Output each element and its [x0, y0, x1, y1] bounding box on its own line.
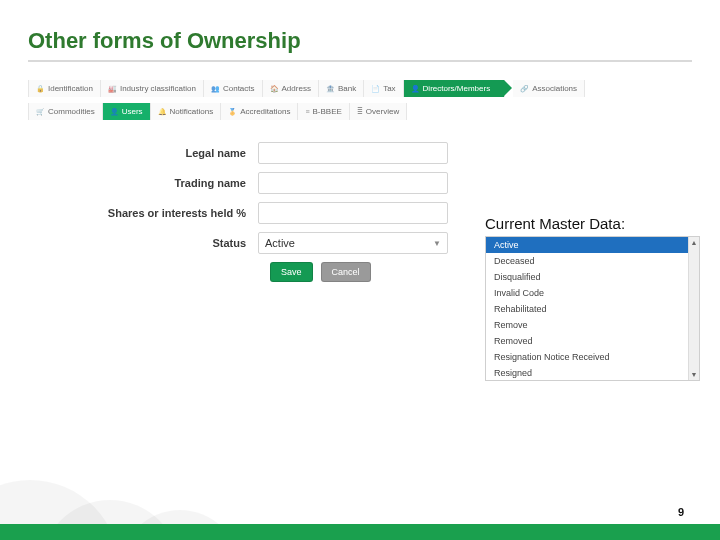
tab-icon: 🔗 — [520, 85, 529, 93]
status-option[interactable]: Remove — [486, 317, 699, 333]
tab-associations[interactable]: 🔗Associations — [513, 80, 585, 97]
scrollbar[interactable]: ▲ ▼ — [688, 237, 699, 380]
tab-label: Accreditations — [240, 107, 290, 116]
tab-label: Users — [122, 107, 143, 116]
tab-identification[interactable]: 🔒Identification — [28, 80, 101, 97]
status-option[interactable]: Deceased — [486, 253, 699, 269]
tab-contacts[interactable]: 👥Contacts — [204, 80, 263, 97]
status-option[interactable]: Disqualified — [486, 269, 699, 285]
scroll-up-icon[interactable]: ▲ — [691, 237, 698, 248]
tab-icon: 🏅 — [228, 108, 237, 116]
tab-icon: 🏭 — [108, 85, 117, 93]
tab-icon: 👥 — [211, 85, 220, 93]
tab-label: Directors/Members — [423, 84, 491, 93]
status-select[interactable]: Active ▼ — [258, 232, 448, 254]
tab-icon: ≡ — [305, 108, 309, 115]
status-value: Active — [265, 237, 295, 249]
shares-input[interactable] — [258, 202, 448, 224]
master-data-callout: Current Master Data: ActiveDeceasedDisqu… — [485, 215, 700, 381]
tab-icon: 🔔 — [158, 108, 167, 116]
legal-name-input[interactable] — [258, 142, 448, 164]
tab-label: Commodities — [48, 107, 95, 116]
tab-label: B-BBEE — [313, 107, 342, 116]
title-underline — [28, 60, 692, 62]
tab-overview[interactable]: ≣Overview — [350, 103, 407, 120]
tab-label: Contacts — [223, 84, 255, 93]
tab-label: Industry classification — [120, 84, 196, 93]
tab-label: Overview — [366, 107, 399, 116]
tab-commodities[interactable]: 🛒Commodities — [28, 103, 103, 120]
status-option[interactable]: Removed — [486, 333, 699, 349]
tab-notifications[interactable]: 🔔Notifications — [151, 103, 222, 120]
tab-bank[interactable]: 🏦Bank — [319, 80, 364, 97]
chevron-down-icon: ▼ — [433, 239, 441, 248]
tab-users[interactable]: 👤Users — [103, 103, 151, 120]
status-options-list: ActiveDeceasedDisqualifiedInvalid CodeRe… — [485, 236, 700, 381]
status-option[interactable]: Resignation Notice Received — [486, 349, 699, 365]
tab-label: Associations — [532, 84, 577, 93]
tab-icon: 👤 — [411, 85, 420, 93]
tab-label: Tax — [383, 84, 395, 93]
tab-tax[interactable]: 📄Tax — [364, 80, 403, 97]
tab-icon: 🛒 — [36, 108, 45, 116]
status-option[interactable]: Active — [486, 237, 699, 253]
tab-industry-classification[interactable]: 🏭Industry classification — [101, 80, 204, 97]
shares-label: Shares or interests held % — [28, 207, 258, 219]
tab-bar-secondary: 🛒Commodities👤Users🔔Notifications🏅Accredi… — [28, 103, 692, 120]
status-label: Status — [28, 237, 258, 249]
scroll-down-icon[interactable]: ▼ — [691, 369, 698, 380]
status-option[interactable]: Resigned — [486, 365, 699, 381]
tab-icon: 👤 — [110, 108, 119, 116]
trading-name-label: Trading name — [28, 177, 258, 189]
page-title: Other forms of Ownership — [28, 28, 692, 54]
tab-icon: 🏦 — [326, 85, 335, 93]
tab-address[interactable]: 🏠Address — [263, 80, 319, 97]
save-button[interactable]: Save — [270, 262, 313, 282]
tab-label: Bank — [338, 84, 356, 93]
status-option[interactable]: Invalid Code — [486, 285, 699, 301]
callout-title: Current Master Data: — [485, 215, 700, 232]
status-option[interactable]: Rehabilitated — [486, 301, 699, 317]
tab-icon: 🔒 — [36, 85, 45, 93]
tab-b-bbee[interactable]: ≡B-BBEE — [298, 103, 349, 120]
tab-label: Address — [282, 84, 311, 93]
tab-accreditations[interactable]: 🏅Accreditations — [221, 103, 298, 120]
tab-directors-members[interactable]: 👤Directors/Members — [404, 80, 506, 97]
tab-icon: 📄 — [371, 85, 380, 93]
tab-label: Notifications — [170, 107, 214, 116]
tab-icon: 🏠 — [270, 85, 279, 93]
cancel-button[interactable]: Cancel — [321, 262, 371, 282]
legal-name-label: Legal name — [28, 147, 258, 159]
footer-decor — [0, 470, 720, 540]
tab-label: Identification — [48, 84, 93, 93]
tab-icon: ≣ — [357, 108, 363, 116]
trading-name-input[interactable] — [258, 172, 448, 194]
tab-bar-primary: 🔒Identification🏭Industry classification👥… — [28, 80, 692, 97]
